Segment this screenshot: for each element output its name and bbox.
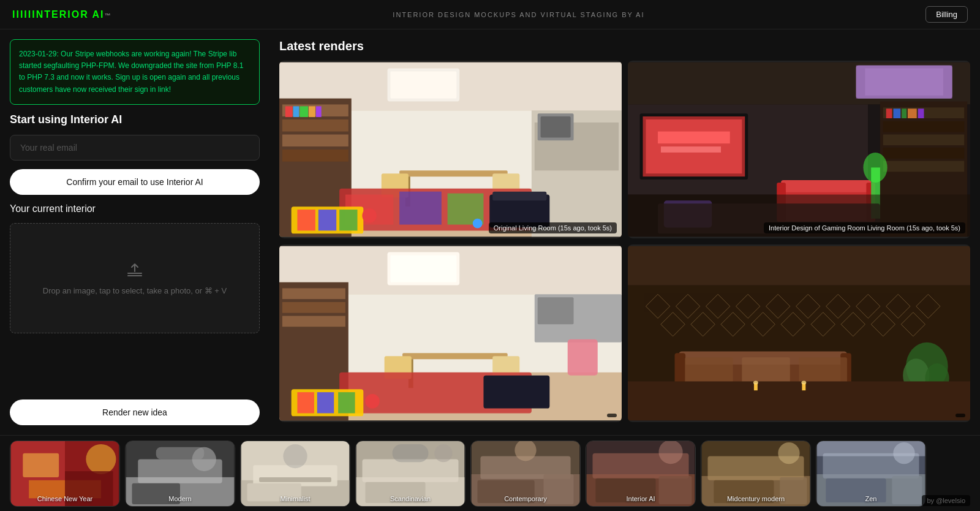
style-item-scandinavian[interactable]: Scandinavian <box>355 441 466 507</box>
svg-rect-90 <box>338 392 355 413</box>
svg-rect-77 <box>282 302 345 313</box>
confirm-email-button[interactable]: Confirm your email to use Interior AI <box>10 169 260 195</box>
svg-rect-158 <box>362 459 458 482</box>
style-label-modern: Modern <box>126 495 235 502</box>
svg-rect-160 <box>393 444 429 461</box>
render-card-2[interactable]: Interior Design of Gaming Room Living Ro… <box>628 61 970 238</box>
svg-rect-49 <box>661 146 721 153</box>
style-label-scandinavian: Scandinavian <box>356 495 465 502</box>
svg-rect-55 <box>883 161 964 172</box>
render-button[interactable]: Render new idea <box>10 399 260 425</box>
logo-text: INTERIOR AI <box>32 9 104 20</box>
upload-text: Drop an image, tap to select, take a pho… <box>43 286 227 295</box>
renders-grid: Original Living Room (15s ago, took 5s) <box>279 61 970 422</box>
svg-rect-12 <box>285 106 293 117</box>
svg-point-178 <box>778 442 799 463</box>
svg-rect-20 <box>541 116 571 137</box>
svg-point-135 <box>753 380 758 384</box>
svg-rect-92 <box>483 376 549 409</box>
style-item-modern[interactable]: Modern <box>125 441 235 507</box>
svg-rect-48 <box>658 132 730 144</box>
svg-rect-80 <box>538 297 574 324</box>
style-label-interior-ai: Interior AI <box>586 495 695 502</box>
billing-button[interactable]: Billing <box>925 6 968 23</box>
logo-tm: ™ <box>105 12 112 19</box>
style-label-midcentury: Midcentury modern <box>701 495 810 502</box>
svg-point-161 <box>434 444 452 461</box>
svg-rect-9 <box>282 119 349 132</box>
svg-rect-21 <box>399 170 508 176</box>
svg-rect-0 <box>127 273 142 274</box>
notification-box: 2023-01-29: Our Stripe webhooks are work… <box>10 39 260 105</box>
render-card-1[interactable]: Original Living Room (15s ago, took 5s) <box>279 61 622 238</box>
style-label-contemporary: Contemporary <box>471 495 580 502</box>
svg-rect-60 <box>918 108 924 118</box>
content-area: Latest renders <box>270 29 980 435</box>
style-item-chinese[interactable]: Chinese New Year <box>10 441 120 507</box>
style-item-minimalist[interactable]: Minimalist <box>240 441 350 507</box>
svg-rect-16 <box>316 106 322 117</box>
current-interior-title: Your current interior <box>10 203 260 214</box>
svg-rect-33 <box>339 210 357 230</box>
style-item-interior-ai[interactable]: Interior AI <box>586 441 696 507</box>
style-item-zen[interactable]: Zen <box>816 441 926 507</box>
svg-rect-56 <box>886 108 892 118</box>
svg-rect-133 <box>628 381 970 420</box>
svg-rect-32 <box>318 210 336 230</box>
upload-area[interactable]: Drop an image, tap to select, take a pho… <box>10 223 260 333</box>
style-label-minimalist: Minimalist <box>241 495 350 502</box>
svg-rect-152 <box>253 465 337 486</box>
svg-rect-14 <box>300 106 308 117</box>
svg-rect-15 <box>309 106 315 117</box>
latest-renders-title: Latest renders <box>279 39 970 53</box>
header-tagline: INTERIOR DESIGN MOCKUPS AND VIRTUAL STAG… <box>393 11 644 18</box>
logo: IIIIIINTERIOR AI™ <box>12 9 112 20</box>
start-section-title: Start using Interior AI <box>10 113 260 126</box>
svg-point-137 <box>801 380 806 384</box>
svg-rect-91 <box>568 339 598 376</box>
logo-bars: IIIII <box>12 9 32 20</box>
render-card-4[interactable] <box>628 244 970 422</box>
svg-rect-28 <box>399 192 442 225</box>
render-label-2: Interior Design of Gaming Room Living Ro… <box>764 222 965 233</box>
style-bar: Chinese New Year Modern Minimalist <box>0 435 980 511</box>
svg-point-67 <box>863 153 887 183</box>
svg-rect-58 <box>902 108 907 118</box>
svg-rect-13 <box>293 106 300 117</box>
attribution: by @levelsio <box>922 495 970 506</box>
svg-rect-52 <box>883 121 964 132</box>
svg-point-93 <box>365 394 380 409</box>
svg-point-185 <box>893 442 914 463</box>
style-label-zen: Zen <box>816 495 925 502</box>
svg-rect-88 <box>297 392 314 413</box>
main-layout: 2023-01-29: Our Stripe webhooks are work… <box>0 29 980 435</box>
svg-rect-53 <box>883 134 964 145</box>
upload-icon <box>125 260 145 280</box>
svg-rect-37 <box>492 192 546 201</box>
svg-rect-62 <box>781 180 871 192</box>
svg-rect-57 <box>893 108 900 118</box>
svg-rect-31 <box>297 210 315 230</box>
render-label-3 <box>607 414 617 417</box>
svg-rect-73 <box>390 255 456 282</box>
svg-marker-42 <box>856 66 952 99</box>
svg-rect-81 <box>402 353 508 359</box>
svg-rect-78 <box>282 316 345 327</box>
svg-rect-140 <box>23 453 59 477</box>
style-label-chinese: Chinese New Year <box>10 495 119 502</box>
svg-rect-59 <box>908 108 917 118</box>
svg-rect-10 <box>282 134 349 146</box>
svg-rect-149 <box>156 447 205 459</box>
svg-rect-5 <box>390 72 456 99</box>
svg-rect-11 <box>282 150 349 162</box>
svg-rect-153 <box>259 477 331 482</box>
notification-text: 2023-01-29: Our Stripe webhooks are work… <box>19 50 243 94</box>
style-item-midcentury[interactable]: Midcentury modern <box>701 441 811 507</box>
email-input[interactable] <box>10 135 260 161</box>
render-card-3[interactable] <box>279 244 622 422</box>
svg-rect-98 <box>628 246 970 286</box>
render-label-4 <box>956 414 965 417</box>
header: IIIIIINTERIOR AI™ INTERIOR DESIGN MOCKUP… <box>0 0 980 29</box>
style-item-contemporary[interactable]: Contemporary <box>470 441 581 507</box>
svg-rect-89 <box>317 392 334 413</box>
